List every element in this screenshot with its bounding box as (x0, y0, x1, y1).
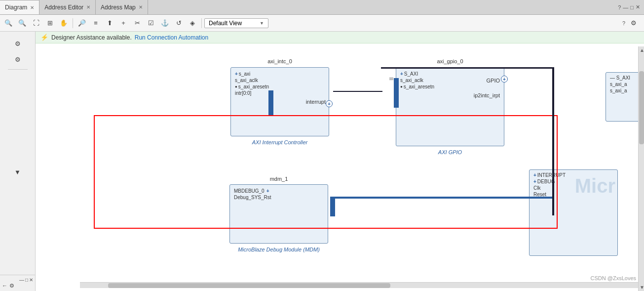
mdm-port-debug-sys-rst: Debug_SYS_Rst (232, 194, 326, 201)
mini-close-icon[interactable]: ✕ (29, 277, 33, 283)
mdm-ports: MBDEBUG_0 + Debug_SYS_Rst (230, 185, 328, 204)
mini-back-button[interactable]: ← (2, 283, 7, 289)
axi-gpio-port-aresetn: ● s_axi_aresetn (398, 83, 502, 90)
axi-intc-block[interactable]: + s_axi s_axi_aclk ● s_axi_aresetn intr[… (230, 67, 329, 136)
axi-intc-port-s-axi: + s_axi (233, 71, 327, 77)
minimize-icon[interactable]: — (623, 4, 628, 10)
anchor-button[interactable]: ⚓ (158, 17, 171, 30)
h-scrollbar[interactable] (80, 282, 644, 288)
toolbar: 🔍 🔍 ⛶ ⊞ ✋ 🔎 ≡ ⬆ + ✂ ☑ ⚓ ↺ ◈ Default View… (0, 15, 644, 32)
interrupt-port-icon[interactable]: + (326, 100, 333, 107)
tab-address-map-label: Address Map (101, 4, 136, 11)
mini-panel-header: — □ ✕ (2, 277, 33, 283)
axi-gpio-title-label: axi_gpio_0 (396, 58, 504, 64)
zoom-out-button[interactable]: 🔍 (16, 17, 29, 30)
axi-gpio-port-s-axi: + S_AXI (398, 71, 502, 77)
add-button[interactable]: + (117, 17, 130, 30)
tab-diagram-label: Diagram (5, 4, 27, 11)
tab-diagram-close[interactable]: ✕ (30, 5, 34, 10)
fit-button[interactable]: ⛶ (30, 17, 42, 30)
mdm-port-mbdebug: MBDEBUG_0 + (232, 188, 326, 194)
axi-intc-label: AXI Interrupt Controller (230, 139, 329, 145)
scroll-up-button[interactable]: ⚙ (10, 36, 26, 51)
partial-port-axi-a: s_axi_a (608, 81, 643, 87)
h-scrollbar-thumb[interactable] (108, 283, 390, 288)
axi-intc-port-aclk: s_axi_aclk (233, 77, 327, 83)
toolbar-sep-2 (201, 18, 202, 28)
bus-mdm-mbdebug (330, 197, 335, 216)
scroll-down-button[interactable]: ▼ (10, 165, 26, 180)
toolbar-right: ? ⚙ (620, 17, 642, 30)
tab-actions: ? — □ ✕ (614, 4, 644, 10)
diagram-canvas[interactable]: axi_intc_0 + s_axi s_axi_aclk ● s_axi_ar… (36, 43, 644, 288)
drc-button[interactable]: ◈ (186, 17, 199, 30)
left-panel-settings-button[interactable]: ⚙ (10, 51, 26, 67)
tab-bar: Diagram ✕ Address Editor ✕ Address Map ✕… (0, 0, 644, 15)
zoom-in-button[interactable]: 🔍 (2, 17, 15, 30)
chevron-down-icon: ▼ (260, 21, 264, 26)
tab-address-editor-label: Address Editor (44, 4, 83, 11)
mdm-block[interactable]: MBDEBUG_0 + Debug_SYS_Rst (229, 184, 328, 244)
v-scroll-down-button[interactable]: ▼ (639, 284, 644, 291)
mdm-title-label: mdm_1 (229, 176, 328, 182)
axi-gpio-output-irpt: ip2intc_irpt (474, 92, 500, 98)
v-scrollbar[interactable]: ▲ ▼ (638, 46, 644, 291)
microblaze-block[interactable]: + INTERRUPT + DEBUG Clk Reset Micr (529, 169, 618, 256)
tab-address-map[interactable]: Address Map ✕ (96, 0, 148, 14)
mini-minimize-icon[interactable]: — (19, 277, 24, 283)
axi-intc-title-label: axi_intc_0 (230, 58, 329, 64)
validate-button[interactable]: ☑ (145, 17, 157, 30)
close-window-icon[interactable]: ✕ (636, 4, 640, 10)
notification-bar: ⚡ Designer Assistance available. Run Con… (36, 32, 644, 43)
bus-axi-gpio-left (394, 78, 399, 108)
select-button[interactable]: ⊞ (43, 17, 56, 30)
tab-address-map-close[interactable]: ✕ (139, 4, 143, 10)
wire-interrupt-h1 (333, 91, 382, 92)
toolbar-settings-button[interactable]: ⚙ (627, 17, 640, 30)
microblaze-ports: + INTERRUPT + DEBUG Clk Reset (530, 170, 617, 200)
tab-address-editor[interactable]: Address Editor ✕ (39, 0, 96, 14)
partial-port-axi-a2: s_axi_a (608, 87, 643, 94)
canvas-area: ⚡ Designer Assistance available. Run Con… (36, 32, 644, 291)
left-panel: ⚙ ⚙ ▼ — □ ✕ ← ⚙ (0, 32, 36, 291)
mb-port-clk: Clk (531, 185, 615, 191)
axi-intc-output-interrupt: interrupt (306, 99, 326, 105)
axi-gpio-expand-handle[interactable] (389, 78, 393, 80)
refresh-button[interactable]: ↺ (172, 17, 185, 30)
align-button[interactable]: ≡ (89, 17, 102, 30)
axi-gpio-block[interactable]: + S_AXI s_axi_aclk ● s_axi_aresetn GPIO … (396, 67, 504, 146)
mdm-label: MicroBlaze Debug Module (MDM) (229, 247, 328, 252)
maximize-icon[interactable]: □ (630, 4, 634, 10)
axi-intc-port-intr: intr[0:0] (233, 90, 327, 96)
mini-panel-actions: ← ⚙ (2, 283, 33, 289)
mini-maximize-icon[interactable]: □ (25, 277, 28, 283)
left-sep (8, 69, 28, 70)
mini-settings-button[interactable]: ⚙ (9, 283, 14, 289)
notification-icon: ⚡ (40, 34, 48, 41)
help-icon[interactable]: ? (618, 4, 621, 10)
route-button[interactable]: ⬆ (103, 17, 116, 30)
partial-port-s-axi: — S_AXI (608, 75, 643, 81)
toolbar-help-button[interactable]: ? (620, 20, 627, 26)
notification-text: Designer Assistance available. (51, 34, 132, 41)
view-select-label: Default View (209, 20, 242, 27)
gpio-port-icon[interactable]: + (501, 76, 508, 83)
v-scrollbar-thumb[interactable] (639, 71, 644, 145)
bus-h-bottom (330, 197, 552, 199)
tab-diagram[interactable]: Diagram ✕ (0, 0, 39, 14)
toolbar-sep-1 (73, 18, 73, 28)
run-connection-link[interactable]: Run Connection Automation (135, 34, 208, 41)
search-button[interactable]: 🔎 (76, 17, 88, 30)
connect-button[interactable]: ✂ (131, 17, 144, 30)
wire-v-right (552, 67, 554, 215)
tab-address-editor-close[interactable]: ✕ (86, 4, 90, 10)
wire-h-top (381, 67, 554, 69)
view-select[interactable]: Default View ▼ (204, 18, 268, 28)
axi-intc-port-aresetn: ● s_axi_aresetn (233, 83, 327, 90)
mini-panel: — □ ✕ ← ⚙ (0, 275, 35, 291)
axi-gpio-label: AXI GPIO (396, 149, 504, 155)
mb-port-debug: + DEBUG (531, 178, 615, 185)
hand-button[interactable]: ✋ (57, 17, 70, 30)
v-scroll-up-button[interactable]: ▲ (639, 46, 644, 54)
axi-intc-ports: + s_axi s_axi_aclk ● s_axi_aresetn intr[… (231, 68, 329, 99)
